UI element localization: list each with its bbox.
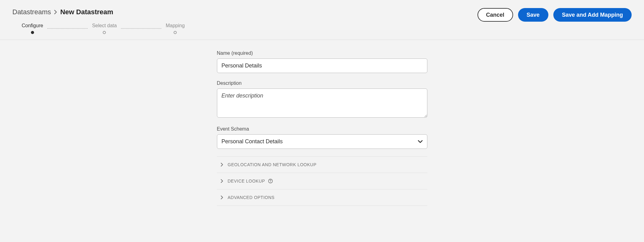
chevron-right-icon	[221, 163, 223, 166]
step-connector	[47, 28, 88, 29]
step-dot-icon	[103, 31, 106, 34]
breadcrumb-parent[interactable]: Datastreams	[12, 8, 51, 16]
chevron-right-icon	[54, 10, 57, 14]
help-icon[interactable]	[268, 179, 273, 184]
breadcrumb-current: New Datastream	[60, 8, 113, 16]
event-schema-value: Personal Contact Details	[222, 138, 283, 145]
step-label: Select data	[88, 23, 121, 31]
accordion: Geolocation and Network Lookup Device Lo…	[217, 156, 427, 206]
step-mapping[interactable]: Mapping	[161, 23, 189, 34]
event-schema-label: Event Schema	[217, 126, 427, 132]
accordion-device-lookup[interactable]: Device Lookup	[217, 173, 427, 189]
cancel-button[interactable]: Cancel	[478, 8, 513, 22]
chevron-right-icon	[221, 196, 223, 199]
breadcrumb: Datastreams New Datastream	[12, 8, 189, 16]
name-input[interactable]	[217, 58, 427, 73]
step-configure[interactable]: Configure	[17, 23, 47, 34]
name-label: Name (required)	[217, 50, 427, 56]
stepper: Configure Select data Mapping	[12, 23, 189, 34]
description-input[interactable]	[217, 89, 427, 118]
accordion-advanced-options[interactable]: Advanced Options	[217, 189, 427, 206]
chevron-right-icon	[221, 179, 223, 183]
step-dot-icon	[31, 31, 34, 34]
step-label: Mapping	[161, 23, 189, 31]
datastream-form: Name (required) Description Event Schema…	[217, 50, 427, 206]
svg-point-1	[270, 182, 271, 182]
accordion-label: Device Lookup	[228, 179, 265, 184]
save-add-mapping-button[interactable]: Save and Add Mapping	[553, 8, 632, 22]
step-dot-icon	[174, 31, 177, 34]
description-label: Description	[217, 80, 427, 86]
accordion-label: Geolocation and Network Lookup	[228, 162, 317, 167]
save-button[interactable]: Save	[518, 8, 548, 22]
accordion-geolocation[interactable]: Geolocation and Network Lookup	[217, 156, 427, 173]
step-select-data[interactable]: Select data	[88, 23, 121, 34]
step-label: Configure	[17, 23, 47, 31]
event-schema-select[interactable]: Personal Contact Details	[217, 134, 427, 149]
chevron-down-icon	[418, 138, 423, 145]
header-actions: Cancel Save Save and Add Mapping	[478, 8, 632, 22]
accordion-label: Advanced Options	[228, 195, 275, 200]
step-connector	[121, 28, 161, 29]
